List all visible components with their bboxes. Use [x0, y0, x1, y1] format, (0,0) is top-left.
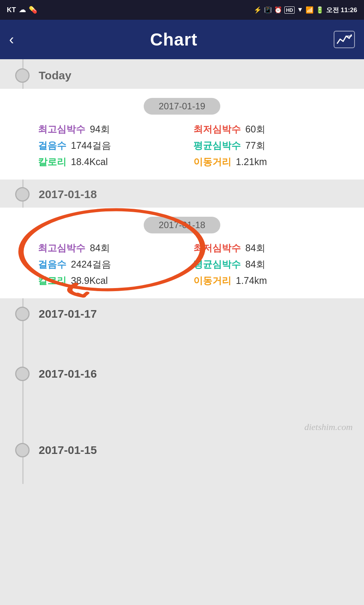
stat-avg-heart-2: 평균심박수 84회 — [193, 258, 349, 271]
min-heart-value-2: 84회 — [245, 242, 265, 254]
distance-label-2: 이동거리 — [193, 274, 231, 287]
wifi-icon: ▼ — [297, 6, 303, 14]
min-heart-value-1: 60회 — [245, 123, 265, 135]
min-heart-label-2: 최저심박수 — [193, 242, 241, 254]
watermark: dietshim.com — [304, 422, 353, 432]
status-right: ⚡ 📳 ⏰ HD ▼ 📶 🔋 오전 11:26 — [254, 6, 357, 14]
stat-max-heart-2: 최고심박수 84회 — [38, 242, 193, 254]
calories-label-2: 칼로리 — [38, 274, 66, 287]
chart-icon — [336, 33, 352, 46]
data-card-2017-01-18: 2017-01-18 최고심박수 84회 최저심박수 84회 걸음수 2424걸… — [0, 208, 364, 298]
cloud-icon: ☁ — [19, 6, 26, 14]
entry-2017-01-18: 2017-01-18 최고심박수 84회 최저심박수 84회 걸음수 2424걸… — [0, 208, 364, 298]
stat-distance-2: 이동거리 1.74km — [193, 274, 349, 287]
stat-calories-1: 칼로리 18.4Kcal — [38, 156, 193, 168]
distance-label-1: 이동거리 — [193, 156, 231, 168]
section-2017-01-15: dietshim.com 2017-01-15 — [0, 418, 364, 484]
stats-grid-1: 최고심박수 94회 최저심박수 60회 걸음수 1744걸음 평균심박수 77회 — [15, 123, 349, 168]
calories-value-1: 18.4Kcal — [71, 156, 108, 167]
date-label-2017-01-16: 2017-01-16 — [39, 367, 97, 380]
calories-value-2: 38.9Kcal — [71, 275, 108, 286]
date-pill-2: 2017-01-18 — [15, 217, 349, 233]
dot-2017-01-18-header — [15, 187, 30, 202]
steps-label-2: 걸음수 — [38, 258, 66, 271]
pill-icon: 💊 — [29, 6, 37, 14]
avg-heart-label-2: 평균심박수 — [193, 258, 241, 271]
date-label-2: 2017-01-18 — [144, 217, 221, 233]
battery-icon: 🔋 — [316, 6, 324, 14]
calories-label-1: 칼로리 — [38, 156, 66, 168]
stat-min-heart-1: 최저심박수 60회 — [193, 123, 349, 135]
hd-icon: HD — [284, 6, 295, 14]
time-label: 오전 11:26 — [326, 6, 357, 14]
stat-calories-2: 칼로리 38.9Kcal — [38, 274, 193, 287]
alarm-icon: ⏰ — [274, 6, 282, 14]
distance-value-2: 1.74km — [236, 275, 267, 286]
app-container: KT ☁ 💊 ⚡ 📳 ⏰ HD ▼ 📶 🔋 오전 11:26 ‹ Chart — [0, 0, 364, 484]
stat-distance-1: 이동거리 1.21km — [193, 156, 349, 168]
max-heart-label-1: 최고심박수 — [38, 123, 85, 135]
app-header: ‹ Chart — [0, 20, 364, 59]
today-label: Today — [39, 69, 71, 82]
avg-heart-value-1: 77회 — [245, 139, 265, 152]
avg-heart-value-2: 84회 — [245, 258, 265, 271]
distance-value-1: 1.21km — [236, 156, 267, 167]
dot-2017-01-15 — [15, 443, 30, 457]
status-bar: KT ☁ 💊 ⚡ 📳 ⏰ HD ▼ 📶 🔋 오전 11:26 — [0, 0, 364, 20]
stats-grid-2: 최고심박수 84회 최저심박수 84회 걸음수 2424걸음 평균심박수 84회 — [15, 242, 349, 287]
stat-max-heart-1: 최고심박수 94회 — [38, 123, 193, 135]
max-heart-value-1: 94회 — [90, 123, 110, 135]
min-heart-label-1: 최저심박수 — [193, 123, 241, 135]
status-left: KT ☁ 💊 — [7, 6, 37, 14]
max-heart-label-2: 최고심박수 — [38, 242, 85, 254]
max-heart-value-2: 84회 — [90, 242, 110, 254]
section-2017-01-16: 2017-01-16 — [0, 358, 364, 418]
back-button[interactable]: ‹ — [9, 32, 14, 48]
steps-value-2: 2424걸음 — [71, 258, 111, 271]
vibrate-icon: 📳 — [264, 6, 272, 14]
chart-view-button[interactable] — [334, 31, 355, 48]
stat-min-heart-2: 최저심박수 84회 — [193, 242, 349, 254]
today-section: Today — [0, 59, 364, 89]
steps-value-1: 1744걸음 — [71, 139, 111, 152]
avg-heart-label-1: 평균심박수 — [193, 139, 241, 152]
section-2017-01-17: 2017-01-17 — [0, 298, 364, 358]
date-label-2017-01-17: 2017-01-17 — [39, 307, 97, 320]
date-pill-1: 2017-01-19 — [15, 98, 349, 115]
date-label-1: 2017-01-19 — [144, 98, 221, 115]
dot-2017-01-17 — [15, 307, 30, 321]
page-title: Chart — [150, 29, 198, 50]
today-dot — [15, 68, 30, 83]
dot-2017-01-16 — [15, 367, 30, 381]
timeline: Today 2017-01-19 최고심박수 94회 최저심박수 60회 — [0, 59, 364, 484]
date-label-2017-01-15: 2017-01-15 — [39, 444, 97, 457]
data-card-2017-01-19: 2017-01-19 최고심박수 94회 최저심박수 60회 걸음수 1744걸… — [0, 89, 364, 180]
carrier-label: KT — [7, 6, 16, 14]
steps-label-1: 걸음수 — [38, 139, 66, 152]
date-header-2017-01-18: 2017-01-18 — [39, 188, 97, 201]
entry-2017-01-19: 2017-01-19 최고심박수 94회 최저심박수 60회 걸음수 1744걸… — [0, 89, 364, 208]
stat-avg-heart-1: 평균심박수 77회 — [193, 139, 349, 152]
stat-steps-1: 걸음수 1744걸음 — [38, 139, 193, 152]
stat-steps-2: 걸음수 2424걸음 — [38, 258, 193, 271]
signal-icon: 📶 — [306, 6, 314, 14]
bluetooth-icon: ⚡ — [254, 6, 262, 14]
